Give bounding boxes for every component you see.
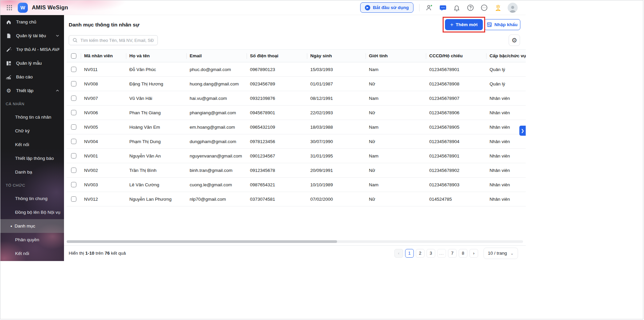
pagination-ellipsis[interactable]: ... (437, 249, 446, 258)
cell-rank: Nhân viên (486, 106, 526, 120)
row-checkbox[interactable] (71, 196, 76, 202)
chat-button[interactable] (439, 4, 447, 12)
cell-phone: 0978123456 (247, 134, 307, 148)
sidebar-subitem-danh-ba[interactable]: Danh bạ (0, 165, 64, 179)
sidebar-item-tro-thu-ai-misa-ava[interactable]: Trợ thủ AI - MISA AVA (0, 43, 64, 56)
cell-gender: Nữ (366, 192, 426, 206)
pagination-prev-button[interactable]: ‹ (394, 249, 403, 258)
cell-code: NV005 (81, 120, 126, 134)
sidebar-item-label: Trang chủ (16, 19, 59, 24)
row-checkbox[interactable] (71, 153, 76, 158)
search-input[interactable] (80, 38, 154, 43)
sidebar-section-to-chuc: TỔ CHỨC (0, 179, 64, 192)
sidebar-item-thiet-lap[interactable]: ⚙Thiết lập (0, 84, 64, 98)
sidebar-item-bao-cao[interactable]: Báo cáo (0, 70, 64, 84)
cell-name: Vũ Văn Hải (126, 91, 186, 105)
pagination-next-button[interactable]: › (469, 249, 478, 258)
cell-gender: Nam (366, 120, 426, 134)
wesign-logo: W (18, 3, 28, 13)
pagination-page-8[interactable]: 8 (459, 249, 467, 258)
cell-rank: Quản lý (486, 62, 526, 76)
column-header-ho-va-ten: Họ và tên (126, 50, 186, 62)
user-avatar[interactable] (508, 3, 518, 13)
table-row-nv003[interactable]: NV003Lê Văn Cườngcuong.le@gmail.com09876… (67, 178, 526, 192)
summary-mid: trên (95, 251, 103, 256)
expand-panel-button[interactable]: ❯ (519, 126, 526, 136)
cell-dob: 20/09/1991 (307, 163, 366, 177)
cell-dob: 08/12/1991 (307, 91, 366, 105)
column-header-gioi-tinh: Giới tính (366, 50, 426, 62)
sidebar: Trang chủQuản lý tài liệuTrợ thủ AI - MI… (0, 15, 64, 261)
sidebar-item-quan-ly-mau[interactable]: Quản lý mẫu (0, 56, 64, 70)
cell-phone: 0373074581 (247, 192, 307, 206)
pagination: ‹ 123...78 › 10 / trang ⌄ (394, 248, 518, 259)
cell-gender: Nam (366, 91, 426, 105)
cell-id_number: 012345678907 (426, 91, 486, 105)
pagination-page-7[interactable]: 7 (448, 249, 457, 258)
sidebar-item-trang-chu[interactable]: Trang chủ (0, 15, 64, 29)
table-row-nv001[interactable]: NV001Nguyễn Văn Annguyenvanan@gmail.com0… (67, 149, 526, 163)
horizontal-scrollbar-track[interactable] (67, 240, 523, 243)
sidebar-item-quan-ly-tai-lieu[interactable]: Quản lý tài liệu (0, 29, 64, 43)
table-row-nv008[interactable]: NV008Đặng Thị Hươnghuong.dang@gmail.com0… (67, 77, 526, 91)
table-row-nv002[interactable]: NV002Trần Thị Bìnhbinh.tran@gmail.com091… (67, 163, 526, 178)
app-launcher-grid-icon[interactable] (5, 3, 14, 12)
start-using-button[interactable]: ▶ Bắt đầu sử dụng (360, 2, 413, 13)
cell-code: NV007 (81, 91, 126, 105)
pagination-page-1[interactable]: 1 (405, 249, 414, 258)
column-settings-button[interactable]: ⚙ (509, 35, 520, 46)
add-new-button[interactable]: + Thêm mới (445, 19, 483, 30)
table-row-nv006[interactable]: NV006Phan Thị Giangphangiang@gmail.com09… (67, 106, 526, 120)
app-header: W AMIS WeSign ▶ Bắt đầu sử dụng (0, 0, 526, 15)
notifications-button[interactable] (453, 4, 461, 12)
sidebar-subitem-thiet-lap-thong-bao[interactable]: Thiết lập thông báo (0, 151, 64, 165)
column-header-ma-nhan-vien: Mã nhân viên (81, 50, 126, 62)
pagination-page-2[interactable]: 2 (416, 249, 425, 258)
select-all-checkbox[interactable] (71, 53, 76, 59)
table-row-nv004[interactable]: NV004Phạm Thị Dungdungpham@gmail.com0978… (67, 134, 526, 149)
table-row-nv005[interactable]: NV005Hoàng Văn Emem.hoang@gmail.com09654… (67, 120, 526, 134)
cell-email: huong.dang@gmail.com (186, 77, 247, 91)
sidebar-subitem-label: Đồng bộ lên Bộ Nội vụ (15, 210, 60, 215)
cell-id_number: 012345678905 (426, 120, 486, 134)
more-button[interactable] (480, 4, 488, 12)
row-checkbox-cell (67, 134, 81, 148)
cell-email: hai.vu@gmail.com (186, 91, 247, 105)
sidebar-subitem-label: Thiết lập thông báo (15, 156, 54, 161)
table-row-nv012[interactable]: NV012Nguyễn Lan Phươngnlp70@gmail.com037… (67, 192, 526, 206)
horizontal-scrollbar-thumb[interactable] (67, 240, 337, 243)
sidebar-subitem-thong-tin-ca-nhan[interactable]: Thông tin cá nhân (0, 110, 64, 124)
question-circle-icon (467, 4, 474, 11)
row-checkbox[interactable] (71, 95, 76, 101)
sidebar-subitem-ket-noi[interactable]: Kết nối (0, 247, 64, 260)
page-size-select[interactable]: 10 / trang ⌄ (484, 248, 518, 259)
row-checkbox[interactable] (71, 81, 76, 86)
invite-user-button[interactable] (425, 4, 433, 12)
cell-email: cuong.le@gmail.com (186, 178, 247, 192)
cell-dob: 01/01/1987 (307, 77, 366, 91)
table-row-nv011[interactable]: NV011Đỗ Văn Phúcphuc.do@gmail.com0967890… (67, 62, 526, 77)
chevron-up-icon (55, 89, 59, 92)
table-row-nv007[interactable]: NV007Vũ Văn Hảihai.vu@gmail.com093210987… (67, 91, 526, 106)
wand-icon (6, 47, 12, 53)
sidebar-subitem-thong-tin-chung[interactable]: Thông tin chung (0, 192, 64, 205)
row-checkbox[interactable] (71, 110, 76, 115)
row-checkbox[interactable] (71, 182, 76, 187)
row-checkbox[interactable] (71, 67, 76, 72)
cell-email: dungpham@gmail.com (186, 134, 247, 148)
whats-new-button[interactable] (494, 4, 502, 12)
sidebar-subitem-ong-bo-len-bo-noi-vu[interactable]: Đồng bộ lên Bộ Nội vụ (0, 205, 64, 219)
row-checkbox[interactable] (71, 124, 76, 130)
pagination-page-3[interactable]: 3 (427, 249, 435, 258)
row-checkbox[interactable] (71, 139, 76, 144)
sidebar-subitem-danh-muc-active[interactable]: ●Danh mục (0, 219, 64, 233)
import-button[interactable]: Nhập khẩu (484, 19, 520, 30)
cell-phone: 0945678901 (247, 106, 307, 120)
cell-email: nguyenvanan@gmail.com (186, 149, 247, 163)
sidebar-subitem-phan-quyen[interactable]: Phân quyền (0, 233, 64, 247)
sidebar-subitem-ket-noi[interactable]: Kết nối (0, 138, 64, 151)
sidebar-subitem-chu-ky[interactable]: Chữ ký (0, 124, 64, 138)
start-using-label: Bắt đầu sử dụng (373, 5, 409, 10)
help-button[interactable] (466, 4, 474, 12)
row-checkbox[interactable] (71, 168, 76, 173)
